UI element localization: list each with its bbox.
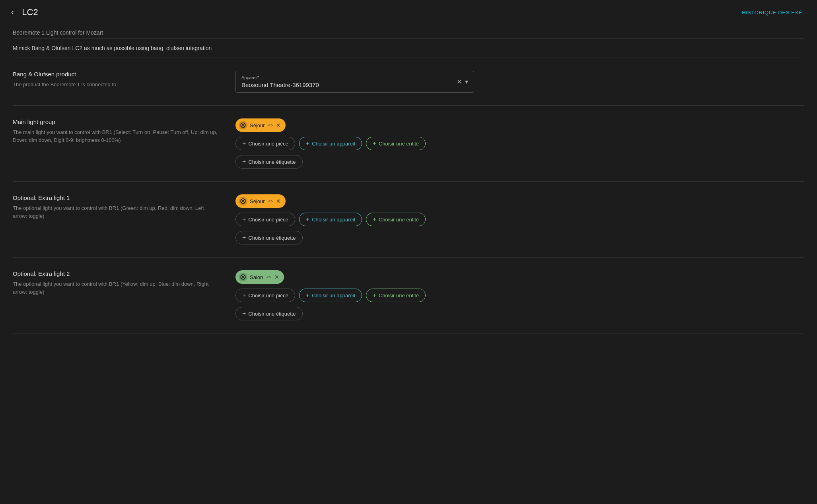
plus-icon-extra1-entite: + [373, 216, 376, 223]
section-right-bang-olufsen: Appareil* Beosound Theatre-36199370 ✕ ▾ [235, 71, 804, 93]
add-etiquette-extra2[interactable]: + Choisir une étiquette [235, 307, 303, 320]
section-right-main-light: Séjour <> ✕ + Choisir une pièce + Choisi… [235, 118, 804, 169]
plus-icon-extra1-piece: + [242, 216, 246, 223]
section-left-main-light: Main light group The main light you want… [13, 118, 220, 144]
section-title-extra1: Optional: Extra light 1 [13, 194, 220, 201]
tag-sejour-main[interactable]: Séjour <> ✕ [235, 118, 286, 132]
add-appareil-extra2[interactable]: + Choisir un appareil [299, 289, 362, 302]
section-main-light-group: Main light group The main light you want… [13, 106, 804, 182]
add-buttons-row-extra2-1: + Choisir une pièce + Choisir un apparei… [235, 289, 804, 302]
add-etiquette-main[interactable]: + Choisir une étiquette [235, 155, 303, 169]
plus-icon-main-piece: + [242, 140, 246, 147]
add-entite-main[interactable]: + Choisir une entité [366, 137, 426, 150]
tag-label-main: Séjour [250, 122, 265, 128]
appareil-actions: ✕ ▾ [457, 78, 468, 85]
add-appareil-extra1[interactable]: + Choisir un appareil [299, 213, 362, 226]
tag-label-extra1: Séjour [250, 198, 265, 204]
tag-icon-main [239, 121, 247, 130]
add-piece-main[interactable]: + Choisir une pièce [235, 137, 295, 150]
appareil-label: Appareil* [241, 75, 319, 80]
tag-close-main[interactable]: ✕ [276, 122, 281, 128]
section-extra-light-2: Optional: Extra light 2 The optional lig… [13, 258, 804, 333]
add-buttons-row-extra1-1: + Choisir une pièce + Choisir un apparei… [235, 213, 804, 226]
clear-icon[interactable]: ✕ [457, 78, 462, 85]
section-left-extra1: Optional: Extra light 1 The optional lig… [13, 194, 220, 220]
tag-code-extra2: <> [266, 275, 271, 279]
tags-row-extra2: Salon <> ✕ [235, 270, 804, 284]
section-desc-extra1: The optional light you want to control w… [13, 204, 220, 220]
page-description: Mimick Bang & Olufsen LC2 as much as pos… [13, 39, 804, 58]
section-right-extra2: Salon <> ✕ + Choisir une pièce + Choisir… [235, 270, 804, 320]
plus-icon-extra2-etiquette: + [242, 310, 246, 317]
section-extra-light-1: Optional: Extra light 1 The optional lig… [13, 182, 804, 258]
add-piece-extra2[interactable]: + Choisir une pièce [235, 289, 295, 302]
plus-icon-main-etiquette: + [242, 158, 246, 165]
tag-code-extra1: <> [268, 199, 273, 204]
plus-icon-extra2-piece: + [242, 292, 246, 299]
tag-close-extra1[interactable]: ✕ [276, 198, 281, 204]
back-button[interactable]: ‹ [10, 6, 16, 18]
tags-row-extra1: Séjour <> ✕ [235, 194, 804, 208]
tag-icon-extra2 [239, 273, 247, 281]
add-buttons-row-extra2-2: + Choisir une étiquette [235, 307, 804, 320]
plus-icon-main-entite: + [373, 140, 376, 147]
section-desc-bang-olufsen: The product the Beoremote 1 is connected… [13, 81, 220, 89]
section-desc-main-light: The main light you want to control with … [13, 128, 220, 144]
appareil-field[interactable]: Appareil* Beosound Theatre-36199370 ✕ ▾ [235, 71, 474, 93]
tag-close-extra2[interactable]: ✕ [274, 274, 279, 280]
main-content: Beoremote 1 Light control for Mozart Mim… [0, 25, 817, 346]
history-link[interactable]: HISTORIQUE DES EXÉ... [742, 10, 807, 16]
section-bang-olufsen-product: Bang & Olufsen product The product the B… [13, 58, 804, 106]
section-desc-extra2: The optional light you want to control w… [13, 280, 220, 296]
tag-sejour-extra1[interactable]: Séjour <> ✕ [235, 194, 286, 208]
section-title-main-light: Main light group [13, 118, 220, 125]
plus-icon-main-appareil: + [306, 140, 309, 147]
plus-icon-extra2-entite: + [373, 292, 376, 299]
add-entite-extra1[interactable]: + Choisir une entité [366, 213, 426, 226]
add-etiquette-extra1[interactable]: + Choisir une étiquette [235, 231, 303, 244]
tag-code-main: <> [268, 123, 273, 128]
section-right-extra1: Séjour <> ✕ + Choisir une pièce + Choisi… [235, 194, 804, 244]
plus-icon-extra1-etiquette: + [242, 234, 246, 241]
section-title-extra2: Optional: Extra light 2 [13, 270, 220, 277]
add-buttons-row-main-1: + Choisir une pièce + Choisir un apparei… [235, 137, 804, 150]
add-appareil-main[interactable]: + Choisir un appareil [299, 137, 362, 150]
section-left-bang-olufsen: Bang & Olufsen product The product the B… [13, 71, 220, 89]
add-entite-extra2[interactable]: + Choisir une entité [366, 289, 426, 302]
add-piece-extra1[interactable]: + Choisir une pièce [235, 213, 295, 226]
tag-salon-extra2[interactable]: Salon <> ✕ [235, 270, 284, 284]
plus-icon-extra1-appareil: + [306, 216, 309, 223]
section-title-bang-olufsen: Bang & Olufsen product [13, 71, 220, 78]
appareil-value: Beosound Theatre-36199370 [241, 81, 319, 88]
plus-icon-extra2-appareil: + [306, 292, 309, 299]
add-buttons-row-main-2: + Choisir une étiquette [235, 155, 804, 169]
page-title: LC2 [22, 7, 38, 17]
header: ‹ LC2 HISTORIQUE DES EXÉ... [0, 0, 817, 25]
tag-label-extra2: Salon [250, 274, 263, 280]
add-buttons-row-extra1-2: + Choisir une étiquette [235, 231, 804, 244]
tag-icon-extra1 [239, 197, 247, 205]
tags-row-main-light: Séjour <> ✕ [235, 118, 804, 132]
breadcrumb: Beoremote 1 Light control for Mozart [13, 25, 804, 39]
section-left-extra2: Optional: Extra light 2 The optional lig… [13, 270, 220, 296]
chevron-down-icon[interactable]: ▾ [465, 78, 468, 85]
